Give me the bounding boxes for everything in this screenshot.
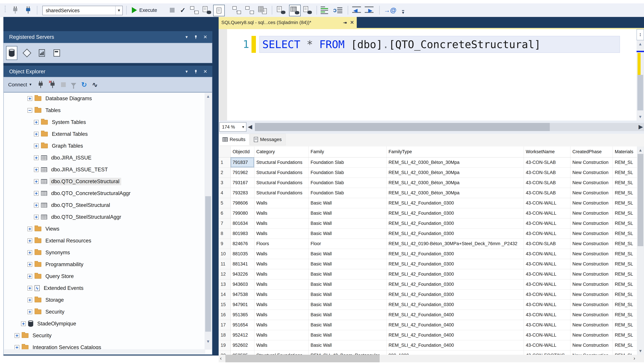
grid-cell[interactable]: 947538 [230,289,254,300]
grid-cell[interactable]: REM_SL [613,330,637,340]
query-options-icon[interactable] [203,6,211,14]
expand-icon[interactable]: + [28,274,32,279]
grid-cell[interactable]: Structural Foundations [254,157,308,168]
grid-cell[interactable]: Basic Wall [308,279,386,289]
grid-cell[interactable]: New Construction [570,178,613,188]
grid-cell[interactable]: 43-CON-WALL [524,340,570,350]
row-number[interactable]: 15 [219,300,230,310]
grid-cell[interactable]: REM_SL [613,300,637,310]
grid-cell[interactable]: REM_SLI_42_Foundation_0300 [386,259,524,269]
grid-cell[interactable]: REM_SL [613,320,637,330]
disconnect-icon[interactable]: ✕ [49,81,56,88]
grid-cell[interactable]: Walls [254,300,308,310]
pin-icon[interactable] [194,70,198,74]
grid-cell[interactable]: New Construction [570,310,613,320]
row-number[interactable]: 13 [219,279,230,289]
grid-cell[interactable]: 951365 [230,310,254,320]
tree-item[interactable]: +Security [4,306,212,318]
chevron-down-icon[interactable]: ▼ [115,6,122,15]
column-header-objectid[interactable]: ObjectId [230,146,254,157]
breakpoint-margin[interactable] [219,29,227,120]
row-number[interactable]: 16 [219,310,230,320]
grid-cell[interactable]: New Construction [570,289,613,300]
grid-cell[interactable]: New Construction [570,238,613,249]
scrollbar-thumb[interactable] [637,154,643,246]
grid-cell[interactable]: Basic Wall [308,269,386,279]
expand-icon[interactable]: + [28,262,32,267]
grid-cell[interactable]: REM_SLI_42_0300_Béton_30Mpa [386,178,524,188]
grid-cell[interactable]: Structural Foundations [254,168,308,178]
grid-cell[interactable]: REM_SL [613,238,637,249]
grid-cell[interactable]: Walls [254,228,308,238]
grid-cell[interactable]: New Construction [570,269,613,279]
grid-cell[interactable]: REM_SL [613,168,637,178]
grid-cell[interactable]: 43-CON-WALL [524,320,570,330]
grid-cell[interactable]: 43-CON-WALL [524,300,570,310]
row-number[interactable]: 4 [219,188,230,198]
tree-horizontal-scrollbar[interactable] [4,349,205,354]
grid-cell[interactable]: New Construction [570,320,613,330]
collapse-icon[interactable]: − [28,108,32,113]
tree-item[interactable]: +dbo.QTO_SteelStructural [4,199,212,211]
editor-horizontal-scrollbar[interactable] [255,123,644,131]
grid-cell[interactable]: 43-CON-WALL [524,218,570,228]
grid-cell[interactable]: REM_SL [613,198,637,208]
grid-cell[interactable]: REM_SLI_42_Foundation_0300 [386,289,524,300]
parse-icon[interactable]: ✓ [180,6,186,14]
sql-code-line[interactable]: SELECT * FROM [dbo].[QTO_ConcreteStructu… [260,38,541,50]
tree-item[interactable]: +Database Diagrams [4,92,212,104]
column-header-createdphase[interactable]: CreatedPhase [570,146,613,157]
close-icon[interactable]: ✕ [203,69,207,74]
grid-cell[interactable]: Walls [254,279,308,289]
grid-cell[interactable]: REM_SL [613,289,637,300]
expand-icon[interactable]: + [21,321,26,326]
row-number[interactable]: 1 [219,157,230,168]
grid-cell[interactable]: 947901 [230,300,254,310]
grid-cell[interactable]: Walls [254,269,308,279]
grid-cell[interactable]: 943226 [230,269,254,279]
expand-icon[interactable]: + [28,298,32,302]
toolbar-grip[interactable] [5,6,6,14]
grid-cell[interactable]: REM_SL [613,218,637,228]
column-header-family[interactable]: Family [308,146,386,157]
pin-icon[interactable] [343,20,347,24]
grid-cell[interactable]: 952602 [230,340,254,350]
document-tab[interactable]: SQLQuery8.sql - sql...ces (Sqladmin (84)… [219,17,357,28]
row-number[interactable]: 10 [219,249,230,259]
grid-cell[interactable]: Walls [254,330,308,340]
scroll-up-icon[interactable]: ▲ [205,94,212,99]
expand-icon[interactable]: + [34,179,39,184]
grid-cell[interactable]: REM_SLI_42_0300_Béton_30Mpa [386,168,524,178]
client-statistics-icon[interactable] [258,6,267,14]
grid-cell[interactable]: New Construction [570,208,613,218]
expand-icon[interactable]: + [34,191,39,196]
toolbar-overflow-icon[interactable]: ▾ [402,8,404,16]
tree-item[interactable]: +dbo.QTO_ConcreteStructuralAggr [4,188,212,199]
uncomment-icon[interactable]: ↄ [333,6,342,14]
grid-cell[interactable]: Walls [254,320,308,330]
splitter-handle-icon[interactable]: ↕ [636,29,644,40]
expand-icon[interactable]: + [28,238,32,243]
grid-cell[interactable]: Structural Foundations [254,350,308,355]
grid-cell[interactable]: Basic Wall [308,340,386,350]
scroll-down-icon[interactable]: ▼ [637,348,644,353]
grid-cell[interactable]: 43-CON-WALL [524,289,570,300]
grid-cell[interactable]: 43-CON-WALL [524,208,570,218]
grid-cell[interactable]: REM_SLI_42_Foundation_0300 [386,300,524,310]
grid-cell[interactable]: New Construction [570,340,613,350]
grid-cell[interactable]: Basic Wall [308,310,386,320]
grid-cell[interactable]: Basic Wall [308,228,386,238]
window-position-icon[interactable]: ▾ [185,69,188,74]
grid-cell[interactable]: REM_SLI_42_0300_Béton_30Mpa [386,188,524,198]
grid-cell[interactable]: 881035 [230,249,254,259]
expand-icon[interactable]: + [34,132,39,136]
expand-icon[interactable]: + [28,310,32,314]
activity-monitor-icon[interactable]: ∿ [92,81,98,88]
grid-cell[interactable]: Walls [254,310,308,320]
grid-vertical-scrollbar[interactable]: ▲ ▼ [637,146,644,355]
grid-cell[interactable]: REM_SLI_42_Foundation_0400 [386,330,524,340]
row-number[interactable]: 11 [219,259,230,269]
grid-cell[interactable]: REM_SLI_42_Foundation_0300 [386,269,524,279]
grid-cell[interactable]: REM_SLI_42_0300_Béton_30Mpa [386,157,524,168]
grid-cell[interactable]: REM_SL [613,310,637,320]
